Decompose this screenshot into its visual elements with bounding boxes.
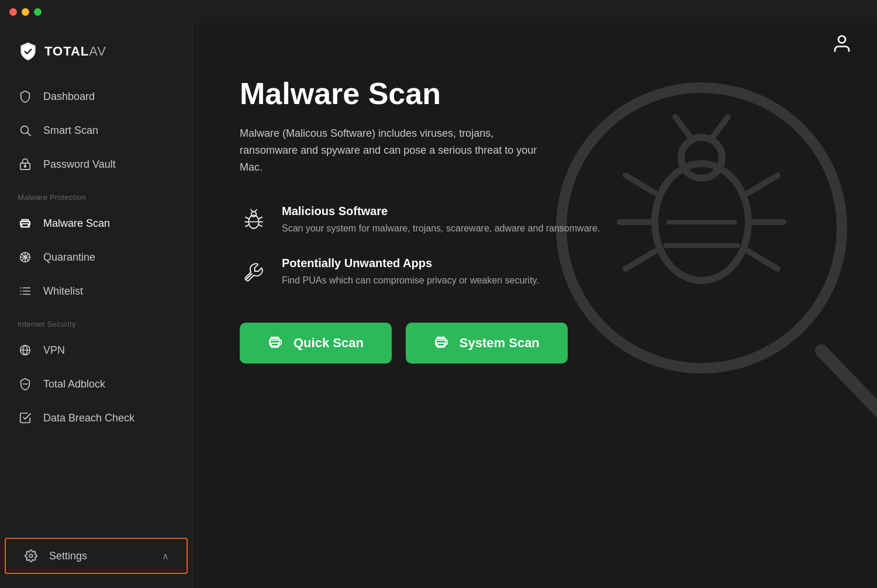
svg-point-16 bbox=[20, 290, 22, 292]
quarantine-icon bbox=[18, 250, 33, 265]
svg-point-15 bbox=[20, 288, 22, 289]
bug-scan-icon bbox=[240, 206, 268, 234]
feature-pua-text: Potentially Unwanted Apps Find PUAs whic… bbox=[282, 257, 539, 288]
page-title: Malware Scan bbox=[240, 76, 830, 111]
svg-rect-48 bbox=[271, 343, 278, 347]
sidebar-item-malware-scan[interactable]: Malware Scan bbox=[0, 206, 192, 240]
svg-point-21 bbox=[838, 36, 845, 43]
svg-rect-50 bbox=[437, 343, 444, 347]
svg-line-38 bbox=[251, 210, 253, 212]
svg-point-24 bbox=[681, 137, 722, 178]
svg-point-37 bbox=[251, 212, 257, 217]
main-header bbox=[193, 23, 877, 64]
scan-icon-system bbox=[434, 334, 451, 352]
sidebar-item-password-vault[interactable]: Password Vault bbox=[0, 147, 192, 181]
svg-point-17 bbox=[20, 294, 22, 295]
list-icon bbox=[18, 283, 33, 299]
feature-malicious-text: Malicious Software Scan your system for … bbox=[282, 205, 600, 236]
logo: TOTALAV bbox=[0, 35, 192, 79]
close-button[interactable] bbox=[9, 8, 17, 16]
adblock-icon bbox=[18, 376, 33, 392]
password-icon bbox=[18, 157, 33, 172]
printer-icon bbox=[18, 216, 33, 231]
features-list: Malicious Software Scan your system for … bbox=[240, 205, 830, 288]
scan-icon-quick bbox=[268, 334, 285, 352]
sidebar-item-vpn[interactable]: VPN bbox=[0, 333, 192, 367]
scan-buttons: Quick Scan System Scan bbox=[240, 323, 830, 364]
page-description: Malware (Malicous Software) includes vir… bbox=[240, 125, 544, 175]
sidebar-item-whitelist[interactable]: Whitelist bbox=[0, 274, 192, 308]
svg-line-43 bbox=[259, 217, 262, 219]
chevron-up-icon: ∧ bbox=[162, 551, 169, 562]
logo-icon bbox=[18, 41, 39, 62]
section-label-malware: Malware Protection bbox=[0, 181, 192, 206]
section-label-internet: Internet Security bbox=[0, 308, 192, 333]
sidebar-item-adblock[interactable]: Total Adblock bbox=[0, 367, 192, 401]
gear-icon bbox=[23, 548, 39, 563]
sidebar-item-smart-scan[interactable]: Smart Scan bbox=[0, 113, 192, 147]
svg-line-27 bbox=[626, 175, 655, 193]
logo-text: TOTALAV bbox=[44, 44, 106, 59]
feature-pua: Potentially Unwanted Apps Find PUAs whic… bbox=[240, 257, 830, 288]
svg-line-1 bbox=[27, 133, 30, 136]
system-scan-button[interactable]: System Scan bbox=[406, 323, 568, 364]
svg-rect-6 bbox=[22, 224, 29, 227]
sidebar: TOTALAV Dashboard Smart Scan bbox=[0, 23, 193, 588]
pua-icon bbox=[240, 258, 268, 286]
sidebar-nav: Dashboard Smart Scan Password Vault Malw… bbox=[0, 79, 192, 535]
svg-line-40 bbox=[246, 217, 248, 219]
breach-icon bbox=[18, 410, 33, 426]
quick-scan-button[interactable]: Quick Scan bbox=[240, 323, 392, 364]
maximize-button[interactable] bbox=[34, 8, 42, 16]
minimize-button[interactable] bbox=[22, 8, 29, 16]
svg-line-42 bbox=[246, 225, 248, 227]
shield-icon bbox=[18, 89, 33, 104]
content-area: Malware Scan Malware (Malicous Software)… bbox=[193, 64, 877, 387]
title-bar bbox=[0, 0, 877, 23]
sidebar-item-settings[interactable]: Settings ∧ bbox=[5, 538, 188, 574]
sidebar-item-dashboard[interactable]: Dashboard bbox=[0, 79, 192, 113]
main-content: Malware Scan Malware (Malicous Software)… bbox=[193, 23, 877, 588]
search-icon bbox=[18, 123, 33, 138]
vpn-icon bbox=[18, 343, 33, 358]
svg-line-30 bbox=[748, 175, 778, 193]
svg-point-20 bbox=[29, 554, 33, 558]
svg-line-45 bbox=[259, 225, 262, 227]
sidebar-item-data-breach[interactable]: Data Breach Check bbox=[0, 401, 192, 435]
user-profile-button[interactable] bbox=[830, 32, 854, 56]
svg-line-39 bbox=[255, 210, 257, 212]
feature-malicious-software: Malicious Software Scan your system for … bbox=[240, 205, 830, 236]
svg-line-25 bbox=[675, 117, 693, 140]
app-container: TOTALAV Dashboard Smart Scan bbox=[0, 23, 877, 588]
svg-line-26 bbox=[710, 117, 728, 140]
sidebar-item-quarantine[interactable]: Quarantine bbox=[0, 240, 192, 274]
